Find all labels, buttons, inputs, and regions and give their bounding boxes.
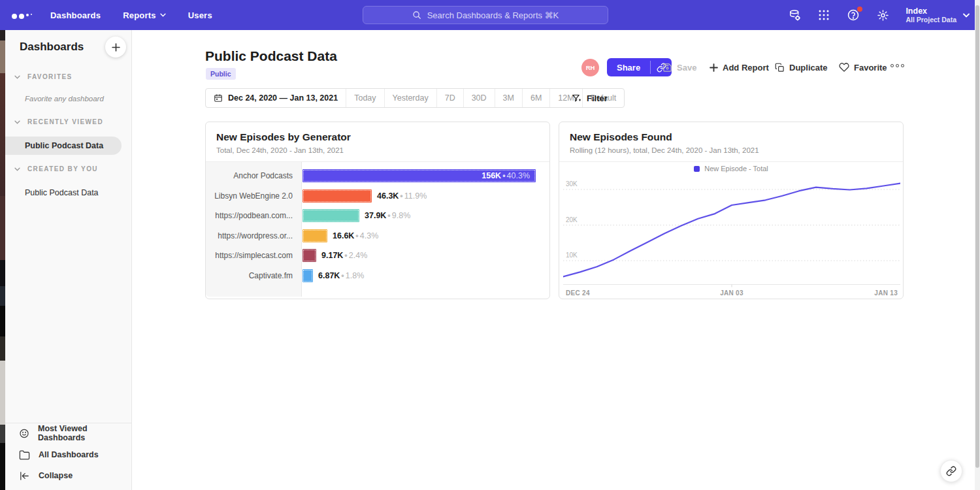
preset-30d[interactable]: 30D <box>463 89 495 107</box>
share-button[interactable]: Share <box>607 58 650 76</box>
notification-dot <box>857 7 862 12</box>
chevron-down-icon <box>14 167 20 171</box>
save-button[interactable]: Save <box>662 58 696 76</box>
nav-item-label: Reports <box>123 10 156 20</box>
bar-value-label: 156K•40.3% <box>482 169 530 182</box>
bar-segment[interactable] <box>302 269 313 282</box>
legend-swatch <box>694 166 700 172</box>
add-report-button[interactable]: Add Report <box>710 58 769 76</box>
page-scrollbar <box>975 0 980 490</box>
chevron-down-icon <box>963 13 970 18</box>
chevron-down-icon <box>160 13 166 17</box>
bar-track: 46.3K•11.9% <box>302 189 549 203</box>
link-icon <box>946 466 956 476</box>
add-dashboard-button[interactable] <box>105 37 126 57</box>
plus-icon <box>112 43 120 52</box>
preset-today[interactable]: Today <box>346 89 384 107</box>
section-created-by-you[interactable]: CREATED BY YOU <box>14 165 98 172</box>
project-scope: All Project Data <box>906 16 956 24</box>
x-tick-label: JAN 13 <box>874 289 898 297</box>
line-chart-plot: 10K20K30K <box>563 175 900 287</box>
bar-segment[interactable] <box>302 229 327 242</box>
help-icon[interactable] <box>847 8 860 22</box>
chevron-down-icon <box>14 75 20 79</box>
preset-7d[interactable]: 7D <box>436 89 463 107</box>
project-switcher[interactable]: Index All Project Data <box>906 7 970 24</box>
top-navbar: DashboardsReportsUsers Search Dashboards… <box>0 0 980 30</box>
legend-label: New Episode - Total <box>704 165 768 172</box>
bar-track: 16.6K•4.3% <box>302 229 549 242</box>
page-title: Public Podcast Data <box>205 48 337 64</box>
avatar[interactable]: RH <box>581 59 599 76</box>
chart-legend: New Episode - Total <box>559 162 903 175</box>
section-favorites[interactable]: FAVORITES <box>14 73 73 80</box>
x-axis-labels: DEC 24JAN 03JAN 13 <box>563 287 900 298</box>
data-sources-icon[interactable] <box>788 8 801 22</box>
bar-category-label: https://podbean.com... <box>206 211 302 220</box>
y-tick-label: 30K <box>566 180 578 188</box>
most-viewed-dashboards-button[interactable]: Most Viewed Dashboards <box>5 423 131 443</box>
scrollbar-thumb[interactable] <box>975 5 979 468</box>
nav-item-users[interactable]: Users <box>188 10 212 20</box>
project-name: Index <box>906 7 956 16</box>
all-dashboards-button[interactable]: All Dashboards <box>5 445 131 465</box>
favorite-button[interactable]: Favorite <box>839 58 887 76</box>
y-tick-label: 10K <box>566 252 578 259</box>
bar-chart-row: Captivate.fm6.87K•1.8% <box>206 266 549 286</box>
collapse-sidebar-button[interactable]: Collapse <box>5 466 131 485</box>
floating-link-button[interactable] <box>940 460 962 482</box>
search-input[interactable]: Search Dashboards & Reports ⌘K <box>363 6 608 24</box>
bar-category-label: Libsyn WebEngine 2.0 <box>206 191 302 201</box>
line-chart-title: New Episodes Found <box>570 131 892 143</box>
bar-segment[interactable] <box>302 189 372 203</box>
sidebar-item-recent-dashboard[interactable]: Public Podcast Data <box>5 137 122 155</box>
bar-segment[interactable] <box>302 209 359 222</box>
bar-segment[interactable]: 156K•40.3% <box>302 169 536 182</box>
public-badge: Public <box>206 68 236 80</box>
settings-icon[interactable] <box>876 8 889 22</box>
filter-button[interactable]: Filter <box>572 89 608 107</box>
line-series[interactable] <box>563 184 900 277</box>
bar-category-label: Captivate.fm <box>206 271 302 280</box>
line-chart-subtitle: Rolling (12 hours), total, Dec 24th, 202… <box>570 146 892 154</box>
bar-category-label: https://wordpress.or... <box>206 231 302 240</box>
bar-chart-card: New Episodes by Generator Total, Dec 24t… <box>205 122 550 299</box>
line-chart-card: New Episodes Found Rolling (12 hours), t… <box>559 122 904 299</box>
amplitude-logo-icon[interactable] <box>12 11 32 19</box>
nav-item-dashboards[interactable]: Dashboards <box>50 10 101 20</box>
nav-item-reports[interactable]: Reports <box>123 10 166 20</box>
sidebar-title: Dashboards <box>20 41 84 54</box>
bar-chart-row: https://simplecast.com9.17K•2.4% <box>206 246 549 266</box>
preset-yesterday[interactable]: Yesterday <box>384 89 436 107</box>
bar-chart-row: https://podbean.com...37.9K•9.8% <box>206 206 549 226</box>
primary-nav: DashboardsReportsUsers <box>50 10 212 20</box>
section-recently-viewed[interactable]: RECENTLY VIEWED <box>14 118 103 125</box>
bar-chart-subtitle: Total, Dec 24th, 2020 - Jan 13th, 2021 <box>216 146 539 154</box>
desktop-wallpaper-sliver <box>0 30 5 490</box>
smiley-icon <box>19 428 29 439</box>
search-icon <box>412 10 421 20</box>
date-range-picker[interactable]: Dec 24, 2020 — Jan 13, 2021 <box>206 89 346 107</box>
date-toolbar: Dec 24, 2020 — Jan 13, 2021 TodayYesterd… <box>205 88 625 108</box>
heart-icon <box>839 62 849 73</box>
sidebar-item-created-dashboard[interactable]: Public Podcast Data <box>5 184 122 202</box>
y-tick-label: 20K <box>566 216 578 223</box>
duplicate-button[interactable]: Duplicate <box>775 58 828 76</box>
preset-6m[interactable]: 6M <box>522 89 549 107</box>
plus-icon <box>710 63 718 72</box>
apps-grid-icon[interactable] <box>817 8 830 22</box>
more-actions-button[interactable] <box>890 64 904 67</box>
bar-track: 156K•40.3% <box>302 169 549 182</box>
x-tick-label: JAN 03 <box>720 289 743 297</box>
bar-segment[interactable] <box>302 249 316 262</box>
bar-value-label: 37.9K•9.8% <box>365 211 410 220</box>
filter-funnel-icon <box>572 93 581 103</box>
duplicate-icon <box>775 63 785 73</box>
preset-3m[interactable]: 3M <box>495 89 522 107</box>
bar-chart-row: https://wordpress.or...16.6K•4.3% <box>206 226 549 246</box>
bar-chart-row: Libsyn WebEngine 2.046.3K•11.9% <box>206 186 549 206</box>
x-tick-label: DEC 24 <box>566 289 590 297</box>
bar-chart-title: New Episodes by Generator <box>216 131 539 143</box>
bar-category-label: https://simplecast.com <box>206 251 302 260</box>
bar-value-label: 16.6K•4.3% <box>333 231 378 240</box>
